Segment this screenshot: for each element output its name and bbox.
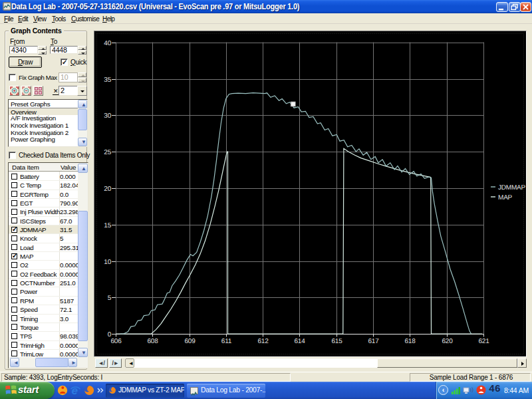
svg-text:621: 621 [478,338,489,345]
svg-text:e: e [72,384,78,396]
svg-text:618: 618 [404,338,416,345]
svg-text:620: 620 [442,338,453,345]
svg-text:608: 608 [147,338,158,345]
svg-text:606: 606 [110,338,122,345]
svg-text:611: 611 [221,338,232,345]
svg-text:617: 617 [368,338,379,345]
svg-text:609: 609 [184,338,196,345]
svg-text:JDMMAP: JDMMAP [498,184,526,192]
svg-text:20: 20 [104,186,111,193]
svg-text:614: 614 [294,338,305,345]
svg-text:25: 25 [104,149,111,156]
svg-text:30: 30 [104,112,111,120]
svg-text:5: 5 [108,295,112,302]
svg-text:40: 40 [104,40,111,47]
svg-text:35: 35 [104,76,111,84]
svg-text:MAP: MAP [498,194,513,201]
svg-text:615: 615 [331,338,342,345]
svg-text:10: 10 [104,259,111,266]
svg-text:15: 15 [104,222,111,229]
svg-text:612: 612 [257,338,269,345]
